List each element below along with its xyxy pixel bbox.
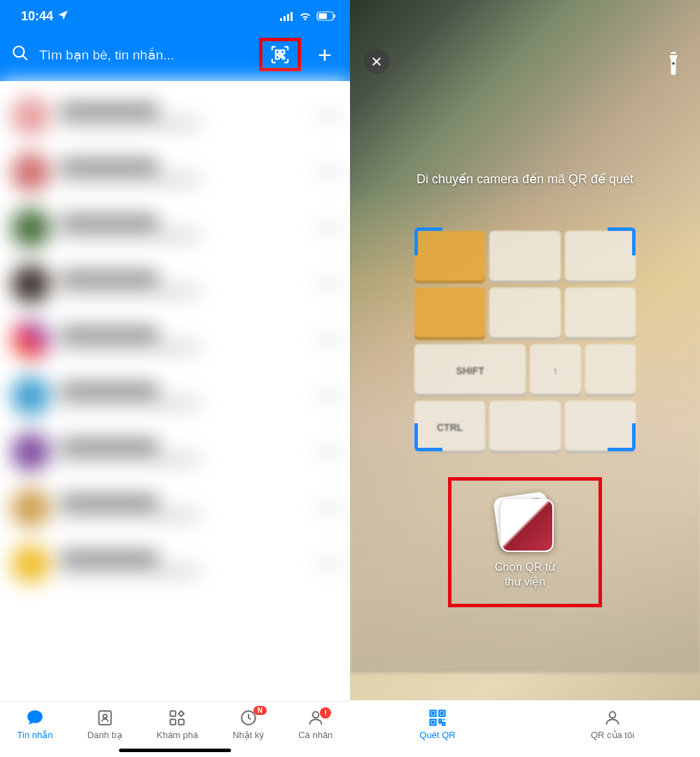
nav-diary[interactable]: N Nhật ký (232, 709, 264, 740)
location-arrow-icon (57, 9, 69, 24)
nav-label: Cá nhân (298, 730, 332, 740)
svg-rect-17 (179, 719, 185, 725)
qr-instruction-text: Di chuyển camera đến mã QR để quét (350, 171, 700, 187)
svg-rect-1 (284, 16, 286, 21)
nav-messages[interactable]: Tin nhắn (18, 709, 53, 740)
svg-point-37 (610, 712, 616, 718)
search-icon[interactable] (11, 44, 29, 65)
time-text: 10:44 (21, 9, 53, 24)
signal-icon (280, 11, 294, 21)
gallery-thumbnail-icon (496, 495, 554, 552)
nav-contacts[interactable]: Danh bạ (88, 709, 122, 740)
svg-rect-35 (441, 712, 442, 714)
close-button[interactable] (364, 49, 389, 74)
svg-rect-11 (276, 55, 279, 59)
chat-header: Tìm bạn bè, tin nhắn... + (0, 29, 350, 81)
svg-line-8 (22, 55, 27, 60)
qr-scan-button[interactable] (259, 38, 301, 71)
nav-scan-qr[interactable]: Quét QR (350, 709, 525, 740)
svg-point-15 (103, 714, 106, 718)
frame-corner-tl (414, 227, 442, 255)
battery-icon (316, 11, 336, 21)
status-time: 10:44 (21, 9, 69, 24)
contacts-icon (94, 709, 115, 727)
wifi-icon (298, 11, 312, 21)
nav-label: Quét QR (419, 730, 455, 740)
svg-point-30 (672, 62, 675, 65)
svg-rect-3 (290, 12, 293, 21)
add-button[interactable]: + (311, 41, 339, 69)
qr-scanner-screen: 10:45 (350, 0, 700, 757)
message-icon (24, 709, 46, 727)
discover-icon (167, 709, 188, 727)
nav-label: Nhật ký (232, 730, 264, 740)
svg-rect-36 (432, 721, 433, 723)
status-icons (280, 11, 336, 21)
search-input[interactable]: Tìm bạn bè, tin nhắn... (39, 47, 249, 63)
svg-rect-34 (432, 712, 433, 714)
svg-rect-0 (280, 18, 282, 21)
svg-point-7 (13, 46, 24, 57)
svg-rect-6 (334, 15, 335, 18)
svg-rect-5 (318, 13, 327, 19)
nav-label: Danh bạ (88, 730, 122, 740)
chat-list-screen: 10:44 Tìm bạn bè, tin n (0, 0, 350, 757)
alert-badge (320, 707, 331, 719)
home-indicator[interactable] (119, 749, 231, 752)
frame-corner-bl (414, 423, 442, 451)
scanner-top-overlay (350, 49, 700, 81)
svg-rect-9 (276, 50, 279, 54)
nav-label: Khám phá (157, 730, 198, 740)
qr-icon (427, 709, 448, 727)
frame-corner-br (608, 423, 636, 451)
svg-point-20 (312, 712, 318, 718)
svg-rect-16 (171, 711, 176, 716)
svg-rect-2 (287, 14, 289, 21)
badge: N (253, 706, 267, 715)
flashlight-button[interactable] (661, 49, 686, 81)
chat-list-blurred (0, 81, 350, 697)
nav-profile[interactable]: Cá nhân (298, 709, 332, 740)
svg-rect-18 (171, 719, 176, 725)
nav-label: QR của tôi (591, 730, 634, 740)
nav-discover[interactable]: Khám phá (157, 709, 198, 740)
person-icon (602, 709, 623, 727)
frame-corner-tr (608, 227, 636, 255)
nav-label: Tin nhắn (18, 730, 53, 740)
qr-scan-frame (414, 227, 636, 451)
svg-rect-10 (281, 50, 284, 54)
status-bar: 10:44 (0, 0, 350, 29)
nav-my-qr[interactable]: QR của tôi (525, 709, 700, 740)
gallery-label: Chọn QR từ thư viện (495, 560, 556, 590)
svg-rect-13 (283, 57, 285, 59)
qr-bottom-nav: Quét QR QR của tôi (350, 700, 700, 757)
choose-from-gallery-button[interactable]: Chọn QR từ thư viện (448, 477, 602, 607)
